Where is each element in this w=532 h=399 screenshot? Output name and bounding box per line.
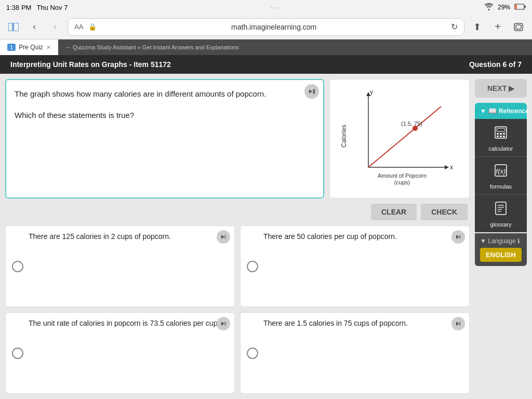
question-progress: Question 6 of 7 <box>469 60 522 69</box>
question-area: The graph shows how many calories are in… <box>5 79 470 198</box>
lock-icon: 🔒 <box>88 23 97 31</box>
svg-marker-15 <box>221 235 224 239</box>
tab-number: 1 <box>7 44 16 51</box>
answer-card-d[interactable]: There are 1.5 calories in 75 cups of pop… <box>240 312 470 394</box>
sidebar-toggle-button[interactable] <box>5 19 22 35</box>
glossary-tool[interactable]: glossary <box>475 195 527 232</box>
svg-text:f(x): f(x) <box>496 167 506 175</box>
reference-book-icon: 📖 <box>488 107 497 115</box>
reference-label: ▼ <box>480 108 486 115</box>
svg-rect-23 <box>503 133 505 135</box>
new-tab-button[interactable]: + <box>489 19 506 35</box>
left-panel: The graph shows how many calories are in… <box>5 79 470 394</box>
svg-rect-25 <box>500 136 502 137</box>
svg-rect-21 <box>497 133 499 135</box>
svg-rect-4 <box>14 23 19 31</box>
question-line1: The graph shows how many calories are in… <box>15 88 315 100</box>
browser-bar: ‹ › AA 🔒 math.imaginelearning.com ↻ ⬆ + <box>0 15 532 39</box>
y-char: y <box>370 88 373 96</box>
answer-text-c: The unit rate of calories in popcorn is … <box>29 319 219 327</box>
point-label: (1.5, 75) <box>401 121 422 127</box>
reference-text: Reference <box>499 108 529 115</box>
svg-rect-29 <box>496 202 506 215</box>
svg-rect-1 <box>524 5 525 8</box>
address-bar[interactable]: AA 🔒 math.imaginelearning.com ↻ <box>68 18 464 36</box>
share-button[interactable]: ⬆ <box>469 19 485 35</box>
svg-marker-11 <box>445 165 449 169</box>
language-label: ▼ Language ℹ <box>480 237 522 245</box>
battery-icon <box>514 4 526 11</box>
glossary-label: glossary <box>490 221 512 228</box>
status-bar: 1:38 PM Thu Nov 7 ··· 29% <box>0 0 532 15</box>
svg-marker-18 <box>456 322 459 326</box>
answer-card-a[interactable]: There are 125 calories in 2 cups of popc… <box>5 225 235 307</box>
answer-radio-a[interactable] <box>12 261 23 272</box>
x-axis-label: Amount of Popcorn <box>378 172 427 179</box>
question-header: Interpreting Unit Rates on Graphs - Item… <box>0 55 532 74</box>
wifi-icon <box>484 3 494 12</box>
tab-bar: 1 Pre Quiz ✕ → Quizzma Study Assistant »… <box>0 39 532 55</box>
formulas-tool[interactable]: f(x) formulas <box>475 157 527 195</box>
right-sidebar: NEXT ▶ ▼ 📖 Reference calculator <box>475 79 527 394</box>
svg-line-12 <box>368 107 441 167</box>
answer-text-b: There are 50 calories per cup of popcorn… <box>263 232 397 241</box>
answer-radio-d[interactable] <box>247 348 258 359</box>
graph-box: Calories y x <box>329 79 470 198</box>
clear-button[interactable]: CLEAR <box>371 204 417 220</box>
reference-panel[interactable]: ▼ 📖 Reference <box>475 103 527 119</box>
check-button[interactable]: CHECK <box>421 204 468 220</box>
tab-close-button[interactable]: ✕ <box>46 44 51 51</box>
answer-radio-b[interactable] <box>247 261 258 272</box>
svg-rect-26 <box>503 136 505 137</box>
answer-text-a: There are 125 calories in 2 cups of popc… <box>29 232 171 241</box>
font-size-label: AA <box>74 23 83 31</box>
question-title: Interpreting Unit Rates on Graphs - Item… <box>10 60 171 69</box>
language-panel: ▼ Language ℹ ENGLISH <box>475 233 527 266</box>
inactive-tab-label: → Quizzma Study Assistant » Get Instant … <box>65 44 239 50</box>
svg-rect-20 <box>497 128 505 131</box>
svg-marker-7 <box>309 89 312 94</box>
svg-rect-24 <box>497 136 499 137</box>
answer-audio-d[interactable] <box>451 317 465 330</box>
forward-button[interactable]: › <box>47 19 63 35</box>
svg-rect-2 <box>515 5 517 9</box>
calculator-label: calculator <box>488 145 513 152</box>
english-button[interactable]: ENGLISH <box>480 248 522 262</box>
url-text: math.imaginelearning.com <box>100 23 448 31</box>
answer-audio-a[interactable] <box>217 230 230 244</box>
answer-card-c[interactable]: The unit rate of calories in popcorn is … <box>5 312 235 394</box>
answer-audio-b[interactable] <box>451 230 465 244</box>
question-line2: Which of these statements is true? <box>15 110 315 122</box>
svg-marker-17 <box>221 322 224 326</box>
question-text-box: The graph shows how many calories are in… <box>5 79 324 198</box>
reload-button[interactable]: ↻ <box>451 22 458 32</box>
answer-radio-c[interactable] <box>12 348 23 359</box>
tabs-button[interactable] <box>510 19 527 35</box>
glossary-icon <box>478 201 524 219</box>
answer-audio-c[interactable] <box>217 317 230 330</box>
back-button[interactable]: ‹ <box>26 19 43 35</box>
battery-text: 29% <box>498 4 510 11</box>
date: Thu Nov 7 <box>36 4 68 11</box>
calculator-tool[interactable]: calculator <box>475 119 527 157</box>
svg-rect-22 <box>500 133 502 135</box>
active-tab-label: Pre Quiz <box>19 44 43 51</box>
question-audio-button[interactable] <box>304 84 319 99</box>
calculator-icon <box>478 125 524 143</box>
inactive-tab[interactable]: → Quizzma Study Assistant » Get Instant … <box>58 39 532 55</box>
active-tab[interactable]: 1 Pre Quiz ✕ <box>0 39 58 55</box>
svg-rect-6 <box>516 25 521 29</box>
dots: ··· <box>271 3 282 11</box>
answer-text-d: There are 1.5 calories in 75 cups of pop… <box>263 319 408 327</box>
x-char: x <box>450 164 453 171</box>
y-axis-label: Calories <box>340 125 348 148</box>
time: 1:38 PM <box>6 4 31 11</box>
svg-rect-3 <box>8 23 12 31</box>
svg-marker-16 <box>456 235 459 239</box>
main-content: The graph shows how many calories are in… <box>0 74 532 399</box>
answer-card-b[interactable]: There are 50 calories per cup of popcorn… <box>240 225 470 307</box>
graph: Calories y x <box>340 87 459 191</box>
next-button[interactable]: NEXT ▶ <box>475 79 527 98</box>
formulas-icon: f(x) <box>478 163 524 181</box>
formulas-label: formulas <box>490 183 512 190</box>
